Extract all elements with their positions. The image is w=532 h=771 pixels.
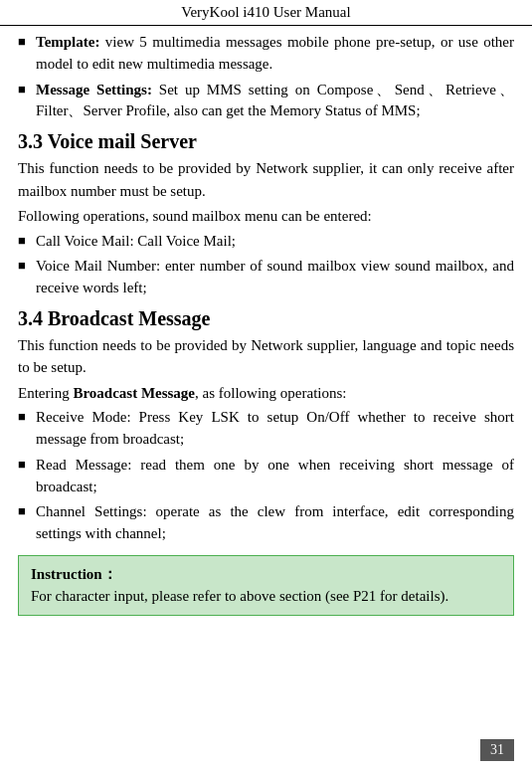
para2-start: Entering	[18, 385, 73, 401]
page-header: VeryKool i410 User Manual	[0, 0, 532, 26]
page-container: VeryKool i410 User Manual ■ Template: vi…	[0, 0, 532, 771]
list-item: ■ Receive Mode: Press Key LSK to setup O…	[18, 407, 514, 451]
list-item: ■ Template: view 5 multimedia messages m…	[18, 32, 514, 76]
list-item: ■ Read Message: read them one by one whe…	[18, 455, 514, 498]
bullet-icon: ■	[18, 258, 36, 274]
para2-bold: Broadcast Message	[73, 385, 195, 401]
header-title: VeryKool i410 User Manual	[181, 4, 350, 20]
template-text: view 5 multimedia messages mobile phone …	[36, 34, 514, 72]
bullet-icon: ■	[18, 233, 36, 249]
settings-label: Message Settings:	[36, 82, 152, 97]
section-33-para1: This function needs to be provided by Ne…	[18, 157, 514, 202]
instruction-text: For character input, please refer to abo…	[31, 588, 448, 604]
broadcast-bullet-2: Read Message: read them one by one when …	[36, 455, 514, 498]
page-number: 31	[480, 739, 514, 761]
bullet-text-template: Template: view 5 multimedia messages mob…	[36, 32, 514, 76]
section-33-para2: Following operations, sound mailbox menu…	[18, 205, 514, 228]
bullet-text-settings: Message Settings: Set up MMS setting on …	[36, 80, 514, 123]
bullet-icon: ■	[18, 503, 36, 519]
section-34-heading: 3.4 Broadcast Message	[18, 307, 514, 330]
para2-end: , as following operations:	[195, 385, 346, 401]
list-item: ■ Channel Settings: operate as the clew …	[18, 501, 514, 545]
instruction-box: Instruction： For character input, please…	[18, 555, 514, 616]
bullet-icon: ■	[18, 82, 36, 97]
section-34-para2: Entering Broadcast Message, as following…	[18, 382, 514, 405]
voicemail-bullet-1: Call Voice Mail: Call Voice Mail;	[36, 231, 514, 253]
content-area: ■ Template: view 5 multimedia messages m…	[0, 26, 532, 632]
list-item: ■ Message Settings: Set up MMS setting o…	[18, 80, 514, 123]
voicemail-bullet-2: Voice Mail Number: enter number of sound…	[36, 256, 514, 299]
broadcast-bullet-3: Channel Settings: operate as the clew fr…	[36, 501, 514, 545]
section-33-heading: 3.3 Voice mail Server	[18, 130, 514, 153]
bullet-icon: ■	[18, 34, 36, 50]
bullet-icon: ■	[18, 409, 36, 425]
broadcast-bullet-1: Receive Mode: Press Key LSK to setup On/…	[36, 407, 514, 451]
list-item: ■ Call Voice Mail: Call Voice Mail;	[18, 231, 514, 253]
list-item: ■ Voice Mail Number: enter number of sou…	[18, 256, 514, 299]
section-34-para1: This function needs to be provided by Ne…	[18, 334, 514, 379]
template-label: Template:	[36, 34, 99, 50]
bullet-icon: ■	[18, 457, 36, 473]
instruction-label: Instruction：	[31, 566, 117, 582]
